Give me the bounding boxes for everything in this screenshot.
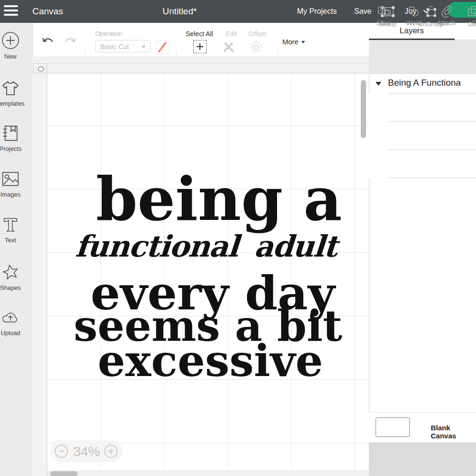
projects-notebook-icon [1,124,20,142]
select-all-button[interactable] [193,40,207,53]
page-title: Canvas [32,0,63,23]
blank-canvas-label: Blank Canvas [431,424,476,440]
zoom-control: 34% [50,440,122,462]
my-projects-link[interactable]: My Projects [297,0,337,23]
weld-button[interactable]: Weld [398,5,429,27]
operation-label: Operation [95,30,122,37]
cloud-upload-icon [1,308,20,327]
flatten-icon [458,5,476,18]
redo-icon[interactable] [63,35,77,50]
select-all-label: Select All [186,30,213,38]
horizontal-ruler [32,63,369,73]
zoom-level: 34% [70,444,103,459]
layer-actions-bar [369,40,476,74]
slice-icon [368,5,399,18]
offset-label: Offset [248,30,266,38]
image-icon [1,170,20,188]
layer-row[interactable]: every day seems a bit excessive Basic Cu… [369,94,476,122]
operation-value: Basic Cut [100,43,129,50]
hamburger-menu-icon[interactable] [4,5,18,18]
zoom-in-button[interactable] [104,445,118,458]
design-text-line[interactable]: excessive [98,339,323,383]
layer-row[interactable]: being a Basic Cut [369,122,476,150]
layer-group-name[interactable]: Being A Functiona [388,78,461,88]
undo-icon[interactable] [41,35,55,50]
horizontal-scrollbar-track[interactable] [47,470,369,476]
layer-row[interactable]: functional adult Basic Cut [369,150,476,178]
plus-circle-icon [1,31,20,50]
slice-button[interactable]: Slice [368,5,399,27]
zoom-out-button[interactable] [55,445,68,458]
attach-button[interactable]: Attach [431,5,461,27]
layers-panel [369,23,476,476]
horizontal-scrollbar-thumb[interactable] [50,471,78,476]
edit-label: Edit [226,30,237,38]
attach-icon [431,5,461,18]
caret-down-icon [301,41,305,43]
weld-icon [398,5,429,18]
edit-tools-button[interactable] [222,40,236,53]
layer-separator [388,178,476,178]
design-space-window: Canvas Untitled* My Projects Save | Joy … [0,0,476,476]
layer-tools-bar [369,443,476,476]
text-icon [1,216,20,234]
ruler-toggle-icon[interactable] [38,67,44,71]
blank-canvas-thumbnail [376,417,410,437]
design-text-line[interactable]: being a [96,169,342,229]
collapse-group-icon[interactable] [376,82,381,86]
color-swatch[interactable] [155,40,169,54]
offset-button[interactable] [249,40,263,53]
star-shape-icon [1,263,20,281]
ruler-corner [33,63,47,73]
design-text-line[interactable]: functional adult [74,232,338,261]
design-sidebar: New Templates Projects Images Text [0,23,33,476]
vertical-scrollbar-thumb[interactable] [361,80,366,138]
vertical-ruler [32,63,47,476]
flatten-button[interactable]: F [458,5,476,27]
document-title[interactable]: Untitled* [143,0,217,23]
more-button[interactable]: More [282,38,305,46]
caret-down-icon [142,46,146,48]
tshirt-icon [1,79,20,97]
operation-dropdown[interactable]: Basic Cut [95,40,150,52]
